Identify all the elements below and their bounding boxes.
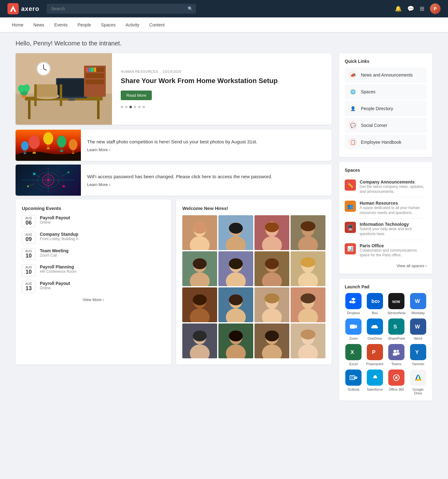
- svg-point-129: [397, 350, 399, 352]
- lp-box[interactable]: box Box: [366, 293, 383, 315]
- messages-button[interactable]: 💬: [407, 5, 414, 12]
- yammer-icon: Y: [410, 344, 426, 360]
- dropbox-label: Dropbox: [347, 311, 360, 315]
- lp-outlook[interactable]: Outlook: [345, 370, 362, 395]
- news-thumb-2: [16, 165, 81, 196]
- lp-servicenow[interactable]: NOW ServiceNow: [387, 293, 406, 315]
- lp-excel[interactable]: X Excel: [345, 344, 362, 366]
- company-announcements-icon: ✏️: [345, 179, 356, 191]
- lp-dropbox[interactable]: Dropbox: [345, 293, 362, 315]
- dot-1[interactable]: [121, 106, 123, 108]
- view-more-events[interactable]: View More: [22, 297, 165, 302]
- svg-text:W: W: [415, 323, 420, 329]
- spaces-sidebar-title: Spaces: [345, 168, 427, 173]
- hire-photo-7: [254, 251, 289, 286]
- lp-word[interactable]: W Word: [409, 319, 427, 340]
- social-corner-icon: 💬: [348, 121, 357, 130]
- new-hires-card: Welcome New Hires!: [176, 199, 332, 365]
- event-date-5: AUG 13: [22, 281, 35, 293]
- space-item-announcements[interactable]: ✏️ Company Announcements Get the latest …: [345, 176, 427, 198]
- lp-powerpoint[interactable]: P Powerpoint: [366, 344, 383, 366]
- onedrive-icon: [367, 319, 383, 335]
- servicenow-icon: NOW: [388, 293, 404, 309]
- page-content: Hello, Penny! Welcome to the intranet.: [9, 32, 439, 413]
- dot-3[interactable]: [129, 106, 132, 108]
- quick-link-people[interactable]: 👤 People Directory: [345, 101, 427, 116]
- quick-link-handbook[interactable]: 📋 Employee Handbook: [345, 135, 427, 150]
- quick-link-news[interactable]: 📣 News and Announcements: [345, 67, 427, 82]
- space-item-it[interactable]: 🖥️ Information Technology Submit your he…: [345, 219, 427, 240]
- sharepoint-icon: S: [388, 319, 404, 335]
- servicenow-label: ServiceNow: [387, 311, 406, 315]
- news-announcements-icon: 📣: [348, 71, 357, 79]
- lp-salesforce[interactable]: Salesforce: [366, 370, 383, 395]
- left-column: HUMAN RESOURCES 10/14/2020 Share Your Wo…: [16, 53, 332, 406]
- spaces-card: Spaces ✏️ Company Announcements Get the …: [339, 162, 432, 274]
- svg-rect-16: [86, 73, 104, 78]
- launchpad-card: Launch Pad Dropbox box Box: [339, 279, 432, 401]
- nav-spaces[interactable]: Spaces: [97, 21, 120, 29]
- quick-link-spaces[interactable]: 🌐 Spaces: [345, 84, 427, 99]
- event-loc-3: Zoom Call: [40, 253, 68, 258]
- lp-sharepoint[interactable]: S SharePoint: [387, 319, 406, 340]
- notifications-button[interactable]: 🔔: [395, 5, 402, 12]
- hero-image: [16, 53, 112, 125]
- learn-more-2[interactable]: Learn More: [87, 182, 325, 187]
- svg-point-45: [47, 179, 49, 181]
- lp-zoom[interactable]: Zoom: [345, 319, 362, 340]
- balloons-illustration: [16, 130, 81, 161]
- googledrive-label: Google Drive: [409, 388, 427, 395]
- svg-point-71: [301, 221, 315, 231]
- hire-photo-6: [218, 251, 253, 286]
- user-avatar[interactable]: P: [430, 3, 441, 14]
- space-item-paris[interactable]: 📊 Paris Office Collaboration and communi…: [345, 240, 427, 261]
- nav-activity[interactable]: Activity: [121, 21, 143, 29]
- nav-home[interactable]: Home: [7, 21, 28, 29]
- lp-googledrive[interactable]: Google Drive: [409, 370, 427, 395]
- nav-events[interactable]: Events: [50, 21, 72, 29]
- quick-link-social[interactable]: 💬 Social Corner: [345, 118, 427, 133]
- search-input[interactable]: [47, 4, 196, 14]
- logo-area[interactable]: axero: [7, 3, 39, 14]
- information-technology-icon: 🖥️: [345, 222, 356, 233]
- hero-category: HUMAN RESOURCES: [121, 70, 158, 73]
- space-desc-hr: A space dedicated to all your human reso…: [360, 206, 427, 215]
- event-name-4: Payroll Planning: [40, 264, 77, 269]
- view-all-spaces-link[interactable]: View all spaces: [345, 263, 427, 268]
- read-more-button[interactable]: Read More: [121, 91, 152, 100]
- svg-text:X: X: [351, 349, 354, 355]
- event-date-2: AUG 09: [22, 232, 35, 244]
- zoom-icon: [345, 319, 362, 335]
- svg-rect-123: [350, 324, 355, 328]
- quick-link-handbook-label: Employee Handbook: [361, 140, 401, 145]
- circuit-svg: [16, 165, 81, 196]
- apps-button[interactable]: ⊞: [420, 5, 424, 12]
- onedrive-label: OneDrive: [367, 337, 382, 340]
- nav-content[interactable]: Content: [145, 21, 169, 29]
- lp-workday[interactable]: W Workday: [409, 293, 427, 315]
- dot-6[interactable]: [142, 106, 145, 108]
- dot-2[interactable]: [125, 106, 128, 108]
- space-desc-paris: Collaboration and communications space f…: [360, 248, 427, 258]
- learn-more-1[interactable]: Learn More: [87, 147, 325, 152]
- lp-onedrive[interactable]: OneDrive: [366, 319, 383, 340]
- nav-people[interactable]: People: [73, 21, 96, 29]
- lp-office365[interactable]: Office 365: [387, 370, 406, 395]
- svg-point-39: [69, 139, 77, 150]
- dot-5[interactable]: [138, 106, 141, 108]
- svg-point-91: [193, 294, 207, 305]
- event-loc-1: Online: [40, 220, 70, 225]
- lp-yammer[interactable]: Y Yammer: [409, 344, 427, 366]
- space-item-hr[interactable]: 👥 Human Resources A space dedicated to a…: [345, 198, 427, 219]
- dot-4[interactable]: [134, 106, 136, 108]
- events-title: Upcoming Events: [22, 206, 165, 211]
- event-loc-5: Online: [40, 286, 70, 290]
- event-loc-2: Front Lobby, Building A: [40, 237, 78, 241]
- svg-point-115: [265, 330, 279, 341]
- word-icon: W: [410, 319, 426, 335]
- spaces-icon: 🌐: [348, 87, 357, 96]
- svg-rect-13: [60, 84, 62, 106]
- circuit-illustration: [16, 165, 81, 196]
- lp-teams[interactable]: Teams: [387, 344, 406, 366]
- nav-news[interactable]: News: [29, 21, 49, 29]
